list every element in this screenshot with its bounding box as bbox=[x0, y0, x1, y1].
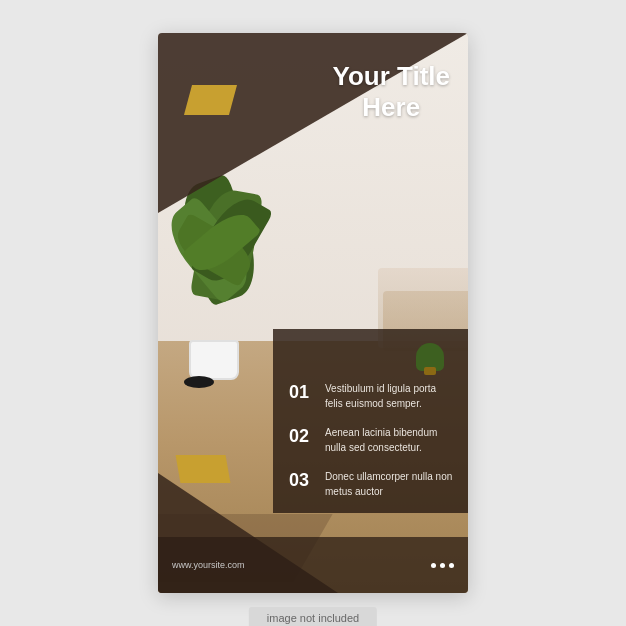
card: Your Title Here 01 Vestibulum id ligula … bbox=[158, 33, 468, 593]
bottom-bar: www.yoursite.com bbox=[158, 537, 468, 593]
list-item-3: 03 Donec ullamcorper nulla non metus auc… bbox=[289, 469, 454, 499]
item-text-3: Donec ullamcorper nulla non metus auctor bbox=[325, 469, 454, 499]
panel-plant-row bbox=[289, 343, 454, 377]
list-item-1: 01 Vestibulum id ligula porta felis euis… bbox=[289, 381, 454, 411]
item-number-2: 02 bbox=[289, 425, 315, 445]
website-url: www.yoursite.com bbox=[172, 560, 245, 570]
dot-3 bbox=[449, 563, 454, 568]
item-text-2: Aenean lacinia bibendum nulla sed consec… bbox=[325, 425, 454, 455]
not-included-label: image not included bbox=[249, 607, 377, 626]
list-item-2: 02 Aenean lacinia bibendum nulla sed con… bbox=[289, 425, 454, 455]
dot-1 bbox=[431, 563, 436, 568]
pot bbox=[189, 340, 239, 380]
dot-2 bbox=[440, 563, 445, 568]
dot-indicators bbox=[431, 563, 454, 568]
title-text: Your Title Here bbox=[333, 61, 451, 123]
info-panel: 01 Vestibulum id ligula porta felis euis… bbox=[273, 329, 468, 513]
small-plant-icon bbox=[416, 343, 444, 371]
title-block: Your Title Here bbox=[333, 61, 451, 123]
gold-accent-top bbox=[184, 85, 237, 115]
pot-base bbox=[184, 376, 214, 388]
title-line1: Your Title bbox=[333, 61, 451, 91]
item-number-1: 01 bbox=[289, 381, 315, 401]
item-number-3: 03 bbox=[289, 469, 315, 489]
not-included-text: image not included bbox=[267, 612, 359, 624]
item-text-1: Vestibulum id ligula porta felis euismod… bbox=[325, 381, 454, 411]
title-line2: Here bbox=[362, 92, 420, 122]
